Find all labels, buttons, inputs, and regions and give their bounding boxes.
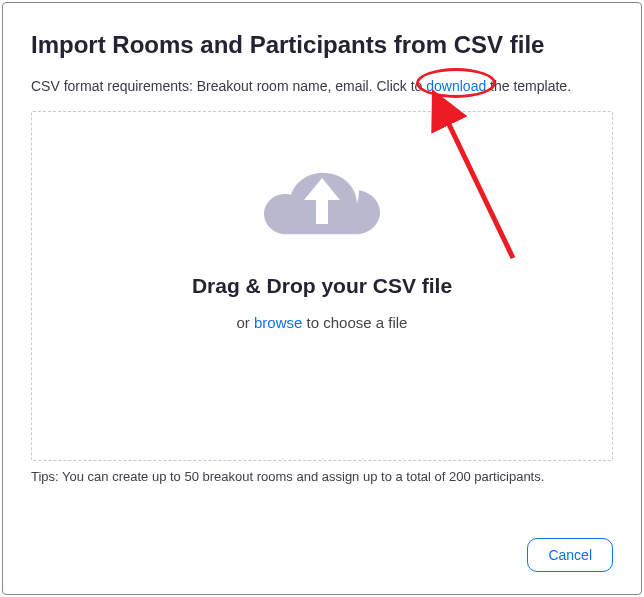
or-text: or bbox=[237, 314, 255, 331]
upload-cloud-icon bbox=[262, 154, 382, 254]
csv-dropzone[interactable]: Drag & Drop your CSV file or browse to c… bbox=[31, 111, 613, 461]
format-suffix: the template. bbox=[486, 78, 571, 94]
browse-link[interactable]: browse bbox=[254, 314, 302, 331]
format-requirements: CSV format requirements: Breakout room n… bbox=[31, 77, 613, 97]
dialog-footer: Cancel bbox=[527, 538, 613, 572]
download-link-wrap: download bbox=[426, 78, 486, 94]
download-template-link[interactable]: download bbox=[426, 78, 486, 94]
dropzone-subtext: or browse to choose a file bbox=[237, 314, 408, 331]
dialog-title: Import Rooms and Participants from CSV f… bbox=[31, 31, 613, 59]
cancel-button[interactable]: Cancel bbox=[527, 538, 613, 572]
import-csv-dialog: Import Rooms and Participants from CSV f… bbox=[2, 2, 642, 595]
dropzone-title: Drag & Drop your CSV file bbox=[192, 274, 452, 298]
tips-text: Tips: You can create up to 50 breakout r… bbox=[31, 469, 613, 484]
format-prefix: CSV format requirements: Breakout room n… bbox=[31, 78, 426, 94]
choose-text: to choose a file bbox=[302, 314, 407, 331]
